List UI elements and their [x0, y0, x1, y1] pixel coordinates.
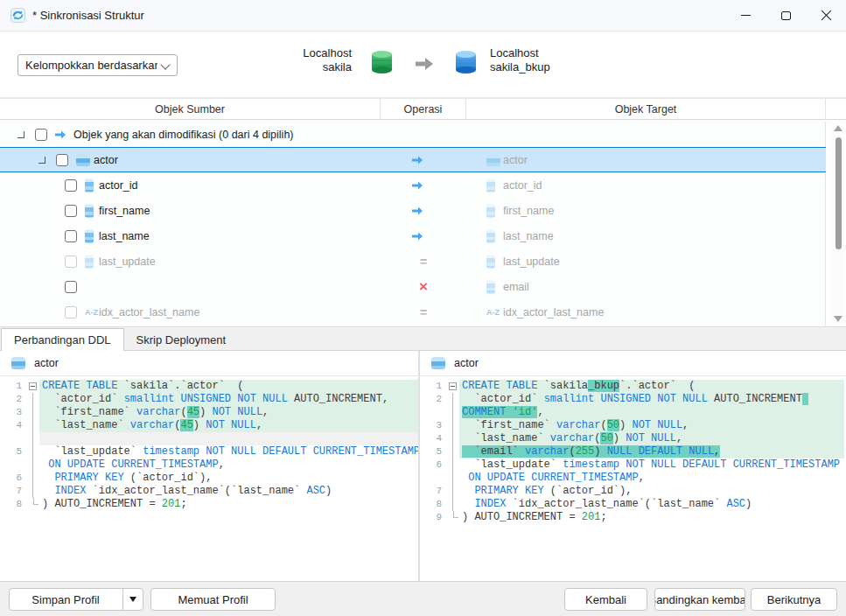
code-text: `first_name` varchar(45) NOT NULL,	[39, 406, 418, 419]
source-ddl-editor[interactable]: 1CREATE TABLE `sakila`.`actor` (2 `actor…	[0, 376, 420, 582]
save-profile-button[interactable]: Simpan Profil	[9, 588, 143, 611]
tab-ddl-comparison[interactable]: Perbandingan DDL	[1, 328, 124, 351]
line-number	[0, 432, 26, 445]
tree-row[interactable]: ×email	[0, 274, 826, 299]
target-column-icon	[486, 280, 495, 293]
code-line: ON UPDATE CURRENT_TIMESTAMP,	[0, 458, 418, 472]
tree-row[interactable]: Objek yang akan dimodifikasi (0 dari 4 d…	[0, 122, 826, 147]
row-checkbox[interactable]	[65, 230, 77, 242]
tree-row[interactable]: actor_idactor_id	[0, 172, 826, 198]
fold-collapse-icon[interactable]	[449, 382, 457, 390]
object-tree: Objek yang akan dimodifikasi (0 dari 4 d…	[0, 120, 846, 327]
target-column-icon	[486, 255, 495, 268]
target-database-icon	[451, 47, 480, 77]
column-header-source[interactable]: Objek Sumber	[0, 99, 381, 119]
fold-gutter	[26, 419, 39, 432]
column-header-target[interactable]: Objek Target	[466, 99, 826, 119]
fold-line	[32, 432, 33, 445]
code-line: 3 `first_name` varchar(45) NOT NULL,	[0, 406, 418, 419]
scroll-down-arrow-icon[interactable]	[834, 316, 843, 322]
line-number: 1	[0, 380, 26, 393]
minimize-button[interactable]	[725, 0, 766, 31]
tree-scrollbar[interactable]	[831, 122, 845, 326]
fold-line	[452, 419, 453, 432]
table-icon	[431, 357, 445, 369]
code-text: `last_update` timestamp NOT NULL DEFAULT…	[459, 458, 844, 472]
source-object-label: last_update	[99, 256, 156, 268]
fold-gutter	[26, 458, 39, 472]
source-object-label: first_name	[99, 205, 150, 217]
row-checkbox[interactable]	[65, 306, 77, 318]
grid-header-stub	[826, 99, 846, 119]
code-text: `actor_id` smallint UNSIGNED NOT NULL AU…	[459, 393, 844, 406]
code-text: INDEX `idx_actor_last_name`(`last_name` …	[459, 498, 844, 511]
row-checkbox[interactable]	[65, 281, 77, 293]
row-checkbox[interactable]	[35, 129, 47, 141]
chevron-down-icon	[160, 60, 170, 69]
target-column-icon	[486, 229, 495, 242]
close-button[interactable]	[806, 0, 846, 31]
code-line: 6 PRIMARY KEY (`actor_id`),	[0, 472, 418, 485]
target-ddl-editor[interactable]: 1CREATE TABLE `sakila_bkup`.`actor` (2 `…	[420, 376, 844, 582]
index-icon: A-Z	[85, 308, 98, 317]
next-button[interactable]: Berikutnya	[751, 588, 837, 611]
tree-row[interactable]: actoractor	[0, 147, 826, 172]
target-object-label: actor	[503, 154, 528, 166]
save-profile-dropdown[interactable]	[122, 589, 143, 610]
code-line: 7 PRIMARY KEY (`actor_id`),	[420, 485, 844, 498]
code-line	[0, 432, 418, 445]
fold-line	[32, 485, 33, 498]
code-line: 8) AUTO_INCREMENT = 201;	[0, 498, 418, 511]
fold-line	[452, 445, 453, 458]
code-text: COMMENT 'id',	[459, 406, 844, 419]
code-text: CREATE TABLE `sakila`.`actor` (	[39, 380, 418, 393]
tab-deployment-script[interactable]: Skrip Deployment	[124, 328, 239, 351]
code-line: 5 `email` varchar(255) NULL DEFAULT NULL…	[420, 445, 844, 458]
scroll-up-arrow-icon[interactable]	[834, 125, 843, 131]
fold-gutter[interactable]	[26, 380, 39, 393]
ddl-panel-headers: actor actor	[0, 351, 846, 376]
fold-line	[452, 458, 453, 472]
fold-line	[452, 498, 453, 511]
bottom-tabbar: Perbandingan DDL Skrip Deployment	[0, 327, 846, 351]
table-icon	[76, 154, 90, 166]
row-checkbox[interactable]	[65, 256, 77, 268]
operation-equal-icon: =	[411, 305, 436, 319]
dropdown-arrow-icon	[129, 597, 136, 602]
tree-row[interactable]: first_namefirst_name	[0, 198, 826, 223]
fold-collapse-icon[interactable]	[29, 382, 37, 390]
column-icon	[85, 178, 94, 192]
row-checkbox[interactable]	[65, 205, 77, 217]
source-object-label: idx_actor_last_name	[99, 306, 199, 318]
target-ddl-table-name: actor	[454, 357, 479, 369]
line-number: 8	[420, 498, 446, 511]
code-text: ON UPDATE CURRENT_TIMESTAMP,	[459, 472, 844, 485]
next-label: Berikutnya	[767, 593, 821, 606]
fold-gutter	[446, 445, 459, 458]
tree-row[interactable]: last_namelast_name	[0, 223, 826, 248]
code-text: `actor_id` smallint UNSIGNED NOT NULL AU…	[39, 393, 418, 406]
minimize-icon	[741, 15, 751, 16]
line-number: 4	[0, 419, 26, 432]
row-checkbox[interactable]	[65, 179, 77, 192]
tree-row[interactable]: A-Zidx_actor_last_name=A-Zidx_actor_last…	[0, 299, 826, 325]
row-checkbox[interactable]	[56, 154, 68, 166]
tree-expander-chevron-icon[interactable]	[17, 131, 24, 138]
group-by-select[interactable]: Kelompokkan berdasarkan (	[17, 54, 178, 76]
fold-gutter	[446, 498, 459, 511]
tree-expander-chevron-icon[interactable]	[38, 157, 45, 164]
load-profile-button[interactable]: Memuat Profil	[150, 588, 276, 611]
target-index-icon: A-Z	[486, 308, 500, 317]
line-number	[420, 472, 446, 485]
tree-row[interactable]: last_update=last_update	[0, 248, 826, 274]
maximize-button[interactable]	[766, 0, 806, 31]
fold-gutter[interactable]	[446, 380, 459, 393]
code-line: 2 `actor_id` smallint UNSIGNED NOT NULL …	[0, 393, 418, 406]
back-button[interactable]: Kembali	[564, 588, 647, 611]
fold-gutter	[26, 498, 39, 511]
tab-label: Perbandingan DDL	[14, 333, 111, 346]
recompare-button[interactable]: Bandingkan kembali	[654, 588, 745, 611]
column-header-operation[interactable]: Operasi	[381, 99, 466, 119]
target-object-label: first_name	[503, 205, 554, 217]
scrollbar-thumb[interactable]	[836, 137, 842, 249]
